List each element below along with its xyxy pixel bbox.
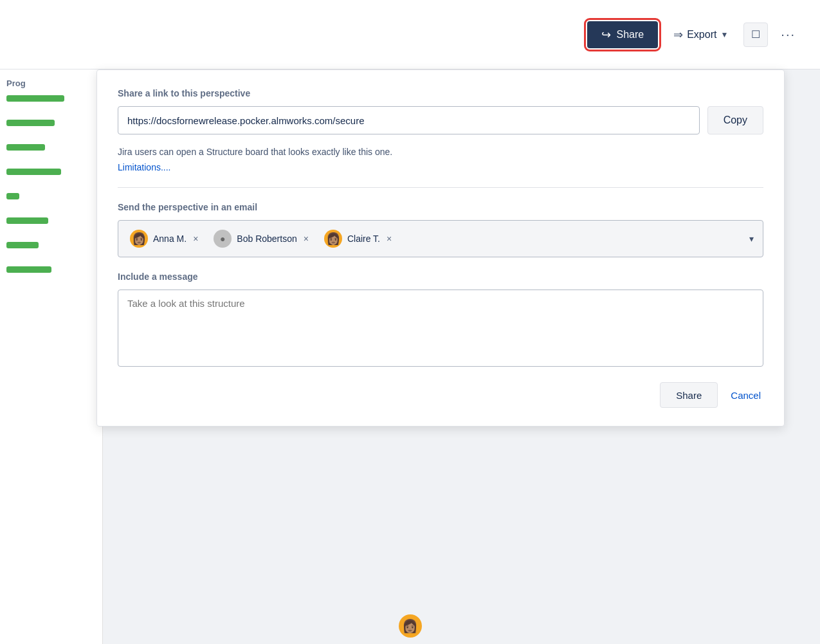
user-avatar-emoji: 👩🏽: [402, 618, 418, 634]
recipients-box[interactable]: 👩🏽 Anna M. × ● Bob Robertson × 👩🏽 Claire…: [118, 220, 763, 257]
message-textarea[interactable]: [118, 290, 763, 367]
avatar-bob: ●: [214, 230, 232, 248]
avatar-anna: 👩🏽: [130, 230, 148, 248]
share-panel: Share a link to this perspective Copy Ji…: [96, 69, 785, 427]
copy-button[interactable]: Copy: [707, 106, 763, 134]
panel-cancel-button[interactable]: Cancel: [728, 390, 763, 401]
share-button[interactable]: ↪ Share: [587, 21, 658, 48]
recipient-tag-anna: 👩🏽 Anna M. ×: [127, 227, 205, 250]
limitations-link[interactable]: Limitations....: [118, 162, 170, 172]
progress-bar: [6, 144, 45, 151]
recipient-name-claire: Claire T.: [347, 234, 380, 244]
email-section-label: Send the perspective in an email: [118, 202, 763, 212]
window-button[interactable]: ☐: [743, 23, 768, 47]
more-options-button[interactable]: ···: [776, 24, 801, 44]
progress-bar: [6, 242, 39, 248]
background-panel: Prog: [0, 0, 103, 644]
export-chevron-icon: ▼: [720, 30, 728, 39]
share-button-label: Share: [616, 29, 644, 41]
avatar-claire: 👩🏽: [324, 230, 342, 248]
remove-anna-button[interactable]: ×: [193, 234, 198, 244]
divider: [118, 187, 763, 188]
export-label: Export: [687, 29, 716, 41]
progress-bar: [6, 120, 55, 126]
remove-bob-button[interactable]: ×: [304, 234, 309, 244]
recipient-name-anna: Anna M.: [153, 234, 187, 244]
window-icon: ☐: [751, 28, 760, 41]
recipient-name-bob: Bob Robertson: [237, 234, 296, 244]
panel-footer: Share Cancel: [118, 382, 763, 408]
recipient-tag-claire: 👩🏽 Claire T. ×: [322, 227, 398, 250]
more-options-icon: ···: [781, 27, 796, 41]
progress-column-label: Prog: [6, 78, 26, 88]
user-avatar[interactable]: 👩🏽: [399, 614, 422, 638]
progress-bar: [6, 266, 51, 273]
progress-bar: [6, 217, 48, 224]
progress-bar: [6, 95, 64, 102]
link-section-label: Share a link to this perspective: [118, 88, 763, 98]
recipient-tag-bob: ● Bob Robertson ×: [211, 227, 315, 250]
message-label: Include a message: [118, 271, 763, 282]
share-arrow-icon: ↪: [601, 28, 611, 42]
progress-bars-list: [6, 95, 64, 273]
export-arrow-icon: ⇒: [673, 28, 683, 42]
panel-share-button[interactable]: Share: [660, 382, 718, 408]
progress-bar: [6, 169, 61, 175]
info-text: Jira users can open a Structure board th…: [118, 145, 763, 159]
toolbar: ↪ Share ⇒ Export ▼ ☐ ···: [0, 0, 820, 69]
link-input[interactable]: [118, 106, 700, 134]
link-row: Copy: [118, 106, 763, 134]
progress-bar: [6, 193, 19, 199]
export-button[interactable]: ⇒ Export ▼: [666, 23, 736, 47]
remove-claire-button[interactable]: ×: [387, 234, 392, 244]
recipients-chevron-icon[interactable]: ▾: [749, 234, 754, 244]
